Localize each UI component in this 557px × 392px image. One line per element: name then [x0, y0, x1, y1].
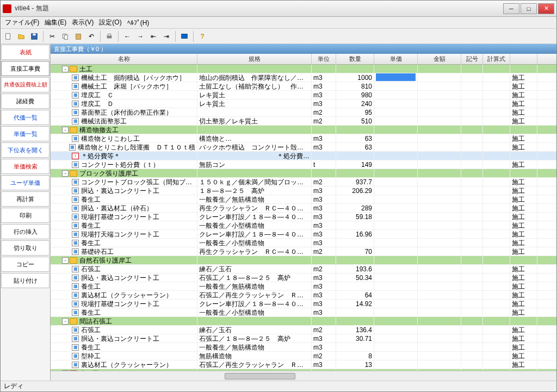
minimize-button[interactable]: ─	[503, 3, 519, 14]
sidebar-item-2[interactable]: 共通仮設費積上額	[1, 77, 49, 92]
collapse-icon[interactable]: -	[62, 318, 69, 325]
row-price[interactable]	[374, 360, 418, 369]
row-price[interactable]	[374, 143, 418, 152]
open-icon[interactable]	[16, 31, 27, 42]
row-price[interactable]	[374, 352, 418, 360]
table-row[interactable]: ▦養生工一般養生／小型構造物m3施工	[51, 221, 556, 230]
row-price[interactable]	[374, 195, 418, 204]
undo-icon[interactable]: ↶	[86, 31, 97, 42]
table-row[interactable]: ▦基面整正（床付面の整正作業）m295施工	[51, 108, 556, 117]
close-button[interactable]: ✕	[538, 3, 554, 14]
menu-view[interactable]: 表示(V)	[70, 17, 96, 28]
table-row[interactable]: ▦埋戻工 Ｄレキ質土m3240施工	[51, 99, 556, 108]
collapse-icon[interactable]: -	[62, 127, 69, 133]
row-price[interactable]	[374, 213, 418, 221]
arrow-rightmost-icon[interactable]: ⇥	[161, 31, 172, 42]
arrow-right-icon[interactable]: →	[135, 31, 146, 42]
col-amt[interactable]: 金額	[418, 54, 461, 64]
row-price[interactable]	[374, 73, 418, 82]
sidebar-item-11[interactable]: 行の挿入	[1, 224, 49, 239]
table-row[interactable]: -ブロック張り護岸工	[51, 169, 556, 178]
row-price[interactable]	[374, 204, 418, 213]
row-price[interactable]	[374, 300, 418, 308]
col-ext[interactable]	[510, 54, 537, 64]
table-row[interactable]: -構造物撤去工	[51, 126, 556, 134]
row-price[interactable]	[374, 152, 418, 160]
row-price[interactable]	[374, 291, 418, 300]
row-price[interactable]	[374, 247, 418, 256]
arrow-left-icon[interactable]: ←	[122, 31, 133, 42]
row-price[interactable]	[374, 282, 418, 291]
sidebar-item-6[interactable]: 下位表を開く	[1, 142, 49, 158]
table-row[interactable]: ▦基礎砕石工再生クラッシャラン ＲＣ―４０／…m270施工	[51, 247, 556, 256]
col-spec[interactable]: 規格	[197, 54, 312, 64]
table-row[interactable]: ▦胴込・裏込コンクリート工１８―８―２５ 高炉m3206.29施工	[51, 186, 556, 195]
table-row[interactable]: ▦石張工練石／玉石m2193.6施工	[51, 265, 556, 273]
table-row[interactable]: ▦構造物とりこわし殻運搬 ＤＴ１０ｔ積バックホウ積込 コンクリート殻（…m363…	[51, 143, 556, 152]
table-row[interactable]: ▦埋戻工 Ｃレキ質土m3980施工	[51, 91, 556, 99]
grid-body[interactable]: -土工▦機械土工 掘削積込［バックホウ］地山の掘削積込 作業障害なし／レ…m31…	[51, 65, 556, 371]
table-row[interactable]: ▦現場打天端コンクリート工クレーン車打設／１８―８―４０ 高炉m316.96施工	[51, 230, 556, 239]
table-row[interactable]: ▦構造物とりこわし工構造物と…m363施工	[51, 134, 556, 143]
table-row[interactable]: ▦裏込材工（クラッシャーラン）石張工／再生クラッシャラン ＲＣ…m313施工	[51, 360, 556, 369]
table-row[interactable]: ▦機械土工 床堀［バックホウ］土留工なし（補助労務なし） 作業…m3810施工	[51, 82, 556, 91]
sidebar-item-1[interactable]: 直接工事費	[1, 61, 49, 76]
table-row[interactable]: ▦コンクリートブロック張工（間知ブ…１５０ｋｇ／個未満／間知ブロック …m293…	[51, 178, 556, 186]
row-price[interactable]	[374, 256, 418, 265]
col-calc[interactable]: 計算式	[483, 54, 510, 64]
scrollbar-thumb[interactable]	[225, 373, 295, 379]
row-price[interactable]	[374, 221, 418, 230]
table-row[interactable]: ▦胴込・裏込コンクリート工石張工／１８―８―２５ 高炉m330.71施工	[51, 334, 556, 343]
menu-settings[interactable]: 設定(O)	[97, 17, 123, 28]
row-price[interactable]	[374, 326, 418, 334]
sidebar-item-7[interactable]: 単価検索	[1, 159, 49, 174]
row-price[interactable]	[374, 117, 418, 126]
row-price[interactable]	[374, 265, 418, 273]
col-price[interactable]: 単価	[374, 54, 418, 64]
table-row[interactable]: ▦養生工一般養生／無筋構造物m3施工	[51, 282, 556, 291]
table-row[interactable]: ▦機械法面整形工切土整形／レキ質土m2510施工	[51, 117, 556, 126]
row-price[interactable]	[374, 178, 418, 186]
collapse-icon[interactable]: -	[62, 257, 69, 264]
menu-help[interactable]: ﾍﾙﾌﾟ(H)	[125, 18, 152, 28]
sidebar-item-12[interactable]: 切り取り	[1, 240, 49, 256]
row-price[interactable]	[374, 65, 418, 73]
table-row[interactable]: ▦胴込・裏込材工（砕石）再生クラッシャラン ＲＣ―４０／…m3289施工	[51, 204, 556, 213]
row-price[interactable]	[374, 230, 418, 239]
table-row[interactable]: ▦裏込材工（クラッシャーラン）石張工／再生クラッシャラン ＲＣ…m364施工	[51, 291, 556, 300]
table-row[interactable]: ▦コンクリート処分費（ｔ）無筋コンt149施工	[51, 160, 556, 169]
row-price[interactable]	[374, 99, 418, 108]
row-price[interactable]	[374, 186, 418, 195]
row-price[interactable]	[374, 317, 418, 326]
row-price[interactable]	[374, 334, 418, 343]
table-row[interactable]: ▦型枠工無筋構造物m28施工	[51, 352, 556, 360]
table-row[interactable]: ▦石張工練石／玉石m2136.4施工	[51, 326, 556, 334]
table-row[interactable]: -間詰石張工	[51, 317, 556, 326]
table-row[interactable]: !＊処分費等＊＊処分費…	[51, 152, 556, 160]
col-name[interactable]: 名称	[51, 54, 197, 64]
sidebar-item-3[interactable]: 諸経費	[1, 94, 49, 109]
sidebar-item-5[interactable]: 単価一覧	[1, 126, 49, 141]
collapse-icon[interactable]: -	[62, 170, 69, 177]
table-row[interactable]: -土工	[51, 65, 556, 73]
row-price[interactable]	[374, 239, 418, 247]
help-icon[interactable]: ?	[197, 31, 208, 42]
table-row[interactable]: ▦養生工一般養生／無筋構造物m3施工	[51, 343, 556, 352]
sidebar-item-4[interactable]: 代価一覧	[1, 110, 49, 125]
row-price[interactable]	[374, 134, 418, 143]
col-sym[interactable]: 記号	[461, 54, 483, 64]
sidebar-item-14[interactable]: 貼り付け	[1, 273, 49, 288]
col-qty[interactable]: 数量	[336, 54, 374, 64]
print-icon[interactable]	[104, 31, 115, 42]
row-price[interactable]	[374, 91, 418, 99]
sidebar-item-10[interactable]: 印刷	[1, 208, 49, 223]
row-price[interactable]	[374, 169, 418, 178]
row-price[interactable]	[374, 82, 418, 91]
table-row[interactable]: ▦機械土工 掘削積込［バックホウ］地山の掘削積込 作業障害なし／レ…m31000…	[51, 73, 556, 82]
paste-icon[interactable]	[73, 31, 84, 42]
sidebar-item-0[interactable]: 表紙	[1, 45, 49, 60]
screen-icon[interactable]	[179, 31, 190, 42]
save-icon[interactable]	[29, 31, 40, 42]
menu-file[interactable]: ファイル(F)	[3, 17, 41, 28]
row-price[interactable]	[374, 160, 418, 169]
